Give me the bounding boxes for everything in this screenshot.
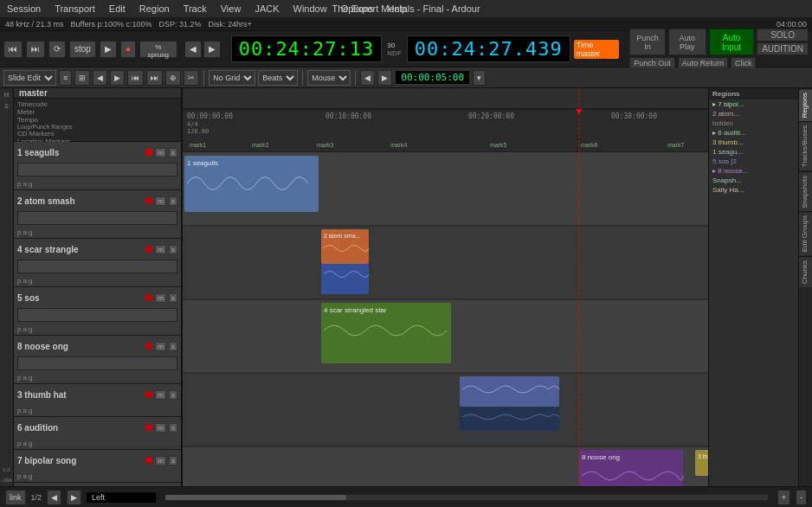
menu-session[interactable]: Session bbox=[0, 2, 48, 16]
grid-select[interactable]: No Grid bbox=[209, 70, 255, 86]
toolbar-btn-3[interactable]: ◀ bbox=[93, 70, 107, 86]
track-1-s[interactable]: s bbox=[169, 148, 177, 157]
tab-edit-groups[interactable]: Edit Groups bbox=[799, 211, 812, 255]
menu-window[interactable]: Window bbox=[287, 2, 334, 16]
bottom-scroll-right[interactable]: ▶ bbox=[67, 490, 81, 505]
region-item-hidden[interactable]: hidden bbox=[709, 119, 798, 128]
tab-regions[interactable]: Regions bbox=[799, 88, 812, 121]
track-2-m[interactable]: m bbox=[155, 196, 166, 206]
track-5-s[interactable]: s bbox=[169, 293, 177, 303]
bottom-link[interactable]: link bbox=[5, 490, 26, 505]
toolbar-btn-1[interactable]: ≡ bbox=[59, 70, 72, 86]
position-display[interactable]: 00:00:05:00 bbox=[395, 70, 470, 85]
horizontal-scrollbar[interactable] bbox=[164, 494, 769, 501]
edit-mode-select[interactable]: Slide Edit bbox=[3, 70, 56, 86]
zoom-in[interactable]: + bbox=[777, 490, 790, 505]
track-8-g[interactable]: g bbox=[29, 374, 32, 382]
left-panel-m[interactable]: M bbox=[4, 90, 10, 99]
record-button[interactable]: ● bbox=[120, 41, 136, 58]
tab-tracks[interactable]: Tracks/Buses bbox=[799, 121, 812, 170]
track-5-p[interactable]: p bbox=[17, 325, 21, 333]
region-item-2[interactable]: ▸ 6 auditi... bbox=[709, 128, 798, 138]
loop-button[interactable]: ⟳ bbox=[48, 41, 66, 58]
left-panel-s[interactable]: S bbox=[4, 101, 9, 111]
region-item-7[interactable]: Snapsh... bbox=[709, 176, 798, 185]
track-5-m[interactable]: m bbox=[155, 293, 166, 303]
track-5-a[interactable]: a bbox=[23, 325, 26, 333]
region-item-6[interactable]: ▸ 8 noose... bbox=[709, 166, 798, 176]
secondary-clock[interactable]: 00:24:27.439 bbox=[407, 35, 570, 62]
track-3-g[interactable]: g bbox=[29, 407, 32, 414]
track-7-p[interactable]: p bbox=[17, 472, 21, 480]
toolbar-btn-5[interactable]: ⏮ bbox=[127, 70, 144, 86]
zoom-out[interactable]: - bbox=[796, 490, 807, 505]
toolbar-btn-4[interactable]: ▶ bbox=[110, 70, 125, 86]
track-8-rec[interactable] bbox=[145, 343, 152, 350]
track-7-a[interactable]: a bbox=[23, 472, 26, 480]
toolbar-btn-7[interactable]: ⊕ bbox=[165, 70, 181, 86]
track-6-rec[interactable] bbox=[145, 424, 152, 431]
track-4-a[interactable]: a bbox=[23, 277, 26, 285]
solo-button[interactable]: SOLO bbox=[757, 29, 809, 42]
track-6-m[interactable]: m bbox=[155, 423, 166, 433]
region-item-4[interactable]: 1 seagu... bbox=[709, 147, 798, 157]
snap-select[interactable]: Beats bbox=[258, 70, 298, 86]
track-6-a[interactable]: a bbox=[23, 440, 26, 447]
position-dropdown[interactable]: ▾ bbox=[473, 70, 486, 86]
rewind-button[interactable]: ⏮ bbox=[3, 41, 23, 58]
stop-button[interactable]: stop bbox=[69, 41, 96, 58]
auto-play-button[interactable]: Auto Play bbox=[668, 29, 706, 55]
track-6-p[interactable]: p bbox=[17, 440, 21, 447]
main-clock[interactable]: 00:24:27:13 bbox=[231, 35, 383, 62]
track-1-a[interactable]: a bbox=[23, 180, 26, 188]
speed-display[interactable]: % sprung bbox=[139, 41, 177, 58]
track-1-g[interactable]: g bbox=[29, 180, 32, 188]
track-8-s[interactable]: s bbox=[169, 342, 177, 351]
shuttle-left[interactable]: ◀ bbox=[184, 41, 202, 58]
track-3-s[interactable]: s bbox=[169, 390, 177, 400]
track-8-a[interactable]: a bbox=[23, 374, 26, 382]
region-item-0[interactable]: ▸ 7 bipol... bbox=[709, 99, 798, 109]
track-3-rec[interactable] bbox=[145, 391, 152, 398]
shuttle-right[interactable]: ▶ bbox=[203, 41, 221, 58]
track-2-s[interactable]: s bbox=[169, 196, 177, 206]
track-3-m[interactable]: m bbox=[155, 390, 166, 400]
track-1-p[interactable]: p bbox=[17, 180, 21, 188]
toolbar-btn-6[interactable]: ⏭ bbox=[146, 70, 163, 86]
menu-jack[interactable]: JACK bbox=[248, 2, 286, 16]
track-4-rec[interactable] bbox=[145, 246, 152, 253]
timeline-canvas[interactable]: 00:00:00:00 00:10:00:00 00:20:00:00 00:3… bbox=[183, 88, 708, 486]
timeline-svg[interactable]: 00:00:00:00 00:10:00:00 00:20:00:00 00:3… bbox=[183, 88, 708, 486]
track-2-p[interactable]: p bbox=[17, 228, 21, 236]
track-4-g[interactable]: g bbox=[29, 277, 32, 285]
track-3-p[interactable]: p bbox=[17, 407, 21, 414]
toolbar-btn-2[interactable]: ⊞ bbox=[74, 70, 90, 86]
track-4-s[interactable]: s bbox=[169, 245, 177, 254]
menu-edit[interactable]: Edit bbox=[102, 2, 132, 16]
track-4-m[interactable]: m bbox=[155, 245, 166, 254]
track-4-p[interactable]: p bbox=[17, 277, 21, 285]
menu-transport[interactable]: Transport bbox=[48, 2, 102, 16]
menu-help[interactable]: Help bbox=[381, 2, 415, 16]
bottom-scroll-left[interactable]: ◀ bbox=[47, 490, 61, 505]
scrollbar-thumb[interactable] bbox=[165, 495, 346, 500]
audition-button[interactable]: AUDITION bbox=[757, 42, 809, 55]
menu-options[interactable]: Options bbox=[334, 2, 381, 16]
track-7-rec[interactable] bbox=[145, 457, 152, 464]
tab-chunks[interactable]: Chunks bbox=[799, 256, 812, 287]
toolbar-btn-8[interactable]: ✂ bbox=[184, 70, 199, 86]
track-1-rec[interactable] bbox=[145, 149, 152, 156]
region-item-3[interactable]: 3 thumb... bbox=[709, 138, 798, 147]
track-2-a[interactable]: a bbox=[23, 228, 26, 236]
track-7-m[interactable]: m bbox=[155, 456, 166, 465]
auto-input-button[interactable]: Auto Input bbox=[709, 29, 754, 55]
nav-right-button[interactable]: ▶ bbox=[377, 70, 392, 86]
punch-in-button[interactable]: Punch In bbox=[629, 29, 665, 55]
region-item-1[interactable]: 2 atom... bbox=[709, 109, 798, 119]
track-5-rec[interactable] bbox=[145, 294, 152, 301]
track-1-m[interactable]: m bbox=[155, 148, 166, 157]
track-7-s[interactable]: s bbox=[169, 456, 177, 465]
track-7-g[interactable]: g bbox=[29, 472, 32, 480]
region-item-5[interactable]: 5 sos [2 bbox=[709, 157, 798, 166]
track-2-g[interactable]: g bbox=[29, 228, 32, 236]
